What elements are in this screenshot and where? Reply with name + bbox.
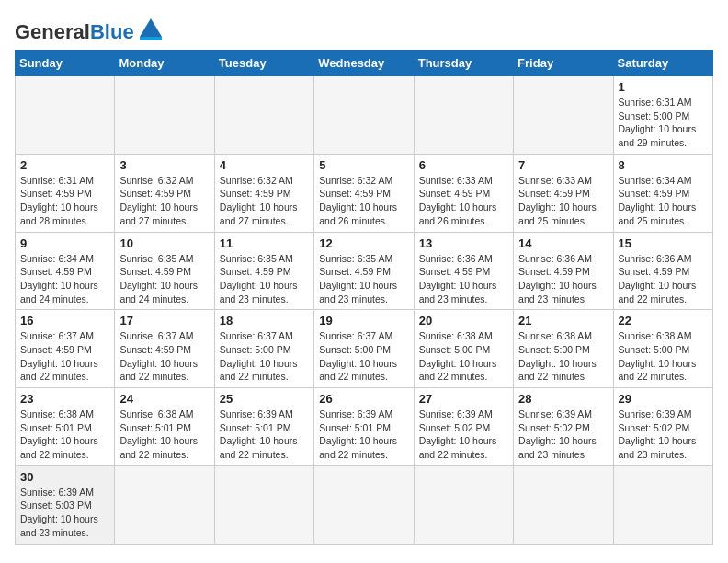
day-info: Sunrise: 6:38 AM Sunset: 5:00 PM Dayligh… — [419, 329, 508, 384]
day-info: Sunrise: 6:35 AM Sunset: 4:59 PM Dayligh… — [119, 252, 209, 306]
day-number: 22 — [619, 314, 708, 327]
day-number: 23 — [20, 392, 109, 406]
day-info: Sunrise: 6:39 AM Sunset: 5:02 PM Dayligh… — [518, 408, 608, 462]
day-info: Sunrise: 6:39 AM Sunset: 5:03 PM Dayligh… — [20, 486, 109, 540]
weekday-header: Tuesday — [214, 51, 313, 76]
calendar-week-row: 1Sunrise: 6:31 AM Sunset: 5:00 PM Daylig… — [16, 76, 713, 155]
day-info: Sunrise: 6:39 AM Sunset: 5:01 PM Dayligh… — [319, 408, 408, 462]
logo-text: GeneralBlue — [15, 22, 134, 42]
calendar-day — [414, 465, 513, 544]
day-info: Sunrise: 6:38 AM Sunset: 5:00 PM Dayligh… — [619, 329, 708, 384]
calendar-day — [414, 76, 513, 155]
day-number: 3 — [119, 158, 209, 172]
calendar-day — [613, 465, 712, 544]
day-number: 27 — [419, 392, 508, 406]
day-number: 9 — [20, 236, 109, 250]
calendar: SundayMondayTuesdayWednesdayThursdayFrid… — [15, 50, 713, 545]
calendar-day — [314, 465, 414, 544]
day-number: 2 — [20, 158, 109, 172]
calendar-day: 29Sunrise: 6:39 AM Sunset: 5:02 PM Dayli… — [613, 388, 712, 466]
day-info: Sunrise: 6:39 AM Sunset: 5:02 PM Dayligh… — [419, 408, 508, 462]
calendar-day — [514, 465, 613, 544]
day-info: Sunrise: 6:34 AM Sunset: 4:59 PM Dayligh… — [20, 252, 109, 306]
calendar-day: 9Sunrise: 6:34 AM Sunset: 4:59 PM Daylig… — [16, 232, 115, 310]
svg-marker-0 — [140, 18, 162, 37]
calendar-day: 25Sunrise: 6:39 AM Sunset: 5:01 PM Dayli… — [214, 388, 313, 466]
day-info: Sunrise: 6:38 AM Sunset: 5:01 PM Dayligh… — [119, 408, 209, 462]
calendar-day — [115, 465, 214, 544]
calendar-day: 6Sunrise: 6:33 AM Sunset: 4:59 PM Daylig… — [414, 154, 513, 232]
weekday-header: Thursday — [414, 51, 513, 76]
calendar-day: 28Sunrise: 6:39 AM Sunset: 5:02 PM Dayli… — [514, 388, 613, 466]
calendar-day: 2Sunrise: 6:31 AM Sunset: 4:59 PM Daylig… — [16, 154, 115, 232]
day-info: Sunrise: 6:39 AM Sunset: 5:02 PM Dayligh… — [619, 408, 708, 462]
day-number: 7 — [518, 158, 608, 172]
calendar-day: 26Sunrise: 6:39 AM Sunset: 5:01 PM Dayli… — [314, 388, 414, 466]
calendar-day: 13Sunrise: 6:36 AM Sunset: 4:59 PM Dayli… — [414, 232, 513, 310]
day-info: Sunrise: 6:36 AM Sunset: 4:59 PM Dayligh… — [619, 252, 708, 306]
day-info: Sunrise: 6:32 AM Sunset: 4:59 PM Dayligh… — [319, 174, 408, 228]
day-info: Sunrise: 6:32 AM Sunset: 4:59 PM Dayligh… — [220, 174, 309, 228]
day-number: 10 — [119, 236, 209, 250]
calendar-day — [214, 465, 313, 544]
calendar-day: 4Sunrise: 6:32 AM Sunset: 4:59 PM Daylig… — [214, 154, 313, 232]
day-number: 20 — [419, 314, 508, 327]
day-number: 12 — [319, 236, 408, 250]
calendar-week-row: 9Sunrise: 6:34 AM Sunset: 4:59 PM Daylig… — [16, 232, 713, 310]
day-number: 6 — [419, 158, 508, 172]
calendar-day: 27Sunrise: 6:39 AM Sunset: 5:02 PM Dayli… — [414, 388, 513, 466]
day-number: 8 — [619, 158, 708, 172]
calendar-day: 22Sunrise: 6:38 AM Sunset: 5:00 PM Dayli… — [613, 310, 712, 388]
day-info: Sunrise: 6:34 AM Sunset: 4:59 PM Dayligh… — [619, 174, 708, 228]
day-number: 16 — [20, 314, 109, 327]
day-info: Sunrise: 6:33 AM Sunset: 4:59 PM Dayligh… — [419, 174, 508, 228]
day-number: 5 — [319, 158, 408, 172]
header: GeneralBlue — [15, 15, 713, 42]
weekday-header: Wednesday — [314, 51, 414, 76]
day-number: 19 — [319, 314, 408, 327]
calendar-day: 12Sunrise: 6:35 AM Sunset: 4:59 PM Dayli… — [314, 232, 414, 310]
calendar-day — [115, 76, 214, 155]
svg-rect-1 — [140, 37, 162, 40]
calendar-day: 23Sunrise: 6:38 AM Sunset: 5:01 PM Dayli… — [16, 388, 115, 466]
day-info: Sunrise: 6:32 AM Sunset: 4:59 PM Dayligh… — [119, 174, 209, 228]
weekday-header: Sunday — [16, 51, 115, 76]
weekday-header: Friday — [514, 51, 613, 76]
day-number: 4 — [220, 158, 309, 172]
day-info: Sunrise: 6:38 AM Sunset: 5:01 PM Dayligh… — [20, 408, 109, 462]
day-info: Sunrise: 6:31 AM Sunset: 4:59 PM Dayligh… — [20, 174, 109, 228]
calendar-day — [214, 76, 313, 155]
day-info: Sunrise: 6:35 AM Sunset: 4:59 PM Dayligh… — [319, 252, 408, 306]
day-number: 11 — [220, 236, 309, 250]
day-number: 14 — [518, 236, 608, 250]
day-number: 18 — [220, 314, 309, 327]
calendar-day: 24Sunrise: 6:38 AM Sunset: 5:01 PM Dayli… — [115, 388, 214, 466]
day-info: Sunrise: 6:37 AM Sunset: 4:59 PM Dayligh… — [119, 329, 209, 384]
day-number: 24 — [119, 392, 209, 406]
calendar-week-row: 30Sunrise: 6:39 AM Sunset: 5:03 PM Dayli… — [16, 465, 713, 544]
day-number: 15 — [619, 236, 708, 250]
day-info: Sunrise: 6:36 AM Sunset: 4:59 PM Dayligh… — [518, 252, 608, 306]
calendar-day: 21Sunrise: 6:38 AM Sunset: 5:00 PM Dayli… — [514, 310, 613, 388]
calendar-day: 19Sunrise: 6:37 AM Sunset: 5:00 PM Dayli… — [314, 310, 414, 388]
calendar-day: 1Sunrise: 6:31 AM Sunset: 5:00 PM Daylig… — [613, 76, 712, 155]
day-info: Sunrise: 6:37 AM Sunset: 5:00 PM Dayligh… — [220, 329, 309, 384]
calendar-day: 11Sunrise: 6:35 AM Sunset: 4:59 PM Dayli… — [214, 232, 313, 310]
calendar-day: 10Sunrise: 6:35 AM Sunset: 4:59 PM Dayli… — [115, 232, 214, 310]
calendar-day — [314, 76, 414, 155]
calendar-day: 15Sunrise: 6:36 AM Sunset: 4:59 PM Dayli… — [613, 232, 712, 310]
calendar-day: 7Sunrise: 6:33 AM Sunset: 4:59 PM Daylig… — [514, 154, 613, 232]
calendar-day: 5Sunrise: 6:32 AM Sunset: 4:59 PM Daylig… — [314, 154, 414, 232]
day-info: Sunrise: 6:35 AM Sunset: 4:59 PM Dayligh… — [220, 252, 309, 306]
day-number: 17 — [119, 314, 209, 327]
calendar-day: 18Sunrise: 6:37 AM Sunset: 5:00 PM Dayli… — [214, 310, 313, 388]
calendar-day: 17Sunrise: 6:37 AM Sunset: 4:59 PM Dayli… — [115, 310, 214, 388]
logo: GeneralBlue — [15, 15, 164, 42]
weekday-header: Saturday — [613, 51, 712, 76]
calendar-day: 3Sunrise: 6:32 AM Sunset: 4:59 PM Daylig… — [115, 154, 214, 232]
calendar-day: 14Sunrise: 6:36 AM Sunset: 4:59 PM Dayli… — [514, 232, 613, 310]
day-number: 13 — [419, 236, 508, 250]
day-info: Sunrise: 6:39 AM Sunset: 5:01 PM Dayligh… — [220, 408, 309, 462]
day-number: 25 — [220, 392, 309, 406]
calendar-header-row: SundayMondayTuesdayWednesdayThursdayFrid… — [16, 51, 713, 76]
